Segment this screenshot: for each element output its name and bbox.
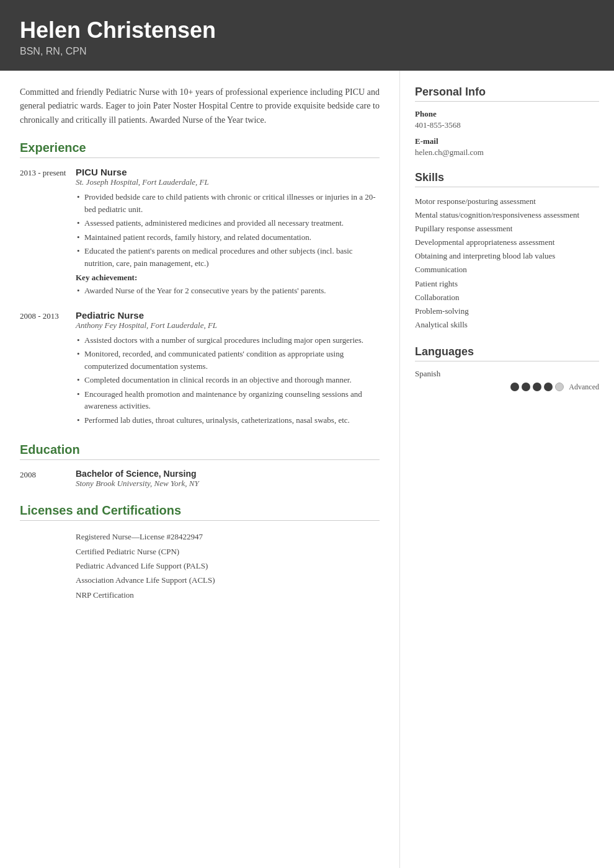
phone-value: 401-855-3568 bbox=[415, 120, 599, 130]
job-block-1: 2013 - present PICU Nurse St. Joseph Hos… bbox=[20, 167, 380, 299]
lang-dot-filled bbox=[522, 383, 530, 391]
cert-item: Association Advance Life Support (ACLS) bbox=[76, 573, 380, 587]
language-item-spanish: Spanish Advanced bbox=[415, 369, 599, 392]
experience-title: Experience bbox=[20, 141, 380, 158]
skill-item: Collaboration bbox=[415, 291, 599, 304]
cert-item: Registered Nurse—License #28422947 bbox=[76, 529, 380, 544]
candidate-name: Helen Christensen bbox=[20, 17, 594, 43]
cert-list: Registered Nurse—License #28422947 Certi… bbox=[76, 529, 380, 602]
lang-dot-filled bbox=[544, 383, 553, 391]
candidate-credentials: BSN, RN, CPN bbox=[20, 46, 594, 57]
cert-item: Certified Pediatric Nurse (CPN) bbox=[76, 544, 380, 559]
job-company-2: Anthony Fey Hospital, Fort Lauderdale, F… bbox=[76, 321, 380, 330]
personal-info-section: Personal Info Phone 401-855-3568 E-mail … bbox=[415, 86, 599, 157]
right-column: Personal Info Phone 401-855-3568 E-mail … bbox=[400, 71, 614, 868]
edu-details-1: Bachelor of Science, Nursing Stony Brook… bbox=[76, 469, 199, 489]
bullet-item: Assessed patients, administered medicine… bbox=[76, 217, 380, 229]
bullet-item: Completed documentation in clinical reco… bbox=[76, 374, 380, 386]
skill-item: Analytical skills bbox=[415, 318, 599, 332]
education-title: Education bbox=[20, 443, 380, 460]
resume-header: Helen Christensen BSN, RN, CPN bbox=[0, 0, 614, 71]
cert-item: NRP Certification bbox=[76, 588, 380, 602]
bullet-item: Educated the patient's parents on medica… bbox=[76, 245, 380, 269]
job-title-2: Pediatric Nurse bbox=[76, 310, 380, 321]
bullet-item: Encouraged health promotion and maintena… bbox=[76, 388, 380, 412]
job-title-1: PICU Nurse bbox=[76, 167, 380, 177]
job-company-1: St. Joseph Hospital, Fort Lauderdale, FL bbox=[76, 177, 380, 187]
bullet-item: Performed lab duties, throat cultures, u… bbox=[76, 414, 380, 427]
language-name: Spanish bbox=[415, 369, 440, 378]
lang-level-text: Advanced bbox=[569, 383, 599, 392]
job-bullets-1: Provided bedside care to child patients … bbox=[76, 191, 380, 269]
job-details-2: Pediatric Nurse Anthony Fey Hospital, Fo… bbox=[76, 310, 380, 428]
skill-item: Problem-solving bbox=[415, 304, 599, 318]
email-value: helen.ch@gmail.com bbox=[415, 148, 599, 157]
email-label: E-mail bbox=[415, 136, 599, 146]
job-bullets-2: Assisted doctors with a number of surgic… bbox=[76, 334, 380, 427]
languages-section: Languages Spanish Advanced bbox=[415, 345, 599, 392]
skill-item: Obtaining and interpreting blood lab val… bbox=[415, 249, 599, 263]
bullet-item: Provided bedside care to child patients … bbox=[76, 191, 380, 215]
education-section: Education 2008 Bachelor of Science, Nurs… bbox=[20, 443, 380, 489]
job-dates-2: 2008 - 2013 bbox=[20, 310, 76, 428]
achievement-bullets-1: Awarded Nurse of the Year for 2 consecut… bbox=[76, 285, 380, 297]
certifications-section: Licenses and Certifications Registered N… bbox=[20, 503, 380, 602]
skill-item: Mental status/cognition/responsiveness a… bbox=[415, 208, 599, 222]
skill-item: Pupillary response assessment bbox=[415, 222, 599, 236]
job-block-2: 2008 - 2013 Pediatric Nurse Anthony Fey … bbox=[20, 310, 380, 428]
skill-item: Developmental appropriateness assessment bbox=[415, 236, 599, 249]
edu-year-1: 2008 bbox=[20, 469, 76, 489]
edu-school-1: Stony Brook University, New York, NY bbox=[76, 479, 199, 489]
bullet-item: Assisted doctors with a number of surgic… bbox=[76, 334, 380, 347]
cert-spacer bbox=[20, 529, 76, 602]
edu-degree-1: Bachelor of Science, Nursing bbox=[76, 469, 199, 479]
personal-info-title: Personal Info bbox=[415, 86, 599, 102]
skills-section: Skills Motor response/posturing assessme… bbox=[415, 171, 599, 332]
job-details-1: PICU Nurse St. Joseph Hospital, Fort Lau… bbox=[76, 167, 380, 299]
lang-dot-filled bbox=[533, 383, 541, 391]
job-dates-1: 2013 - present bbox=[20, 167, 76, 299]
skill-item: Patient rights bbox=[415, 277, 599, 291]
lang-dot-empty bbox=[555, 383, 564, 391]
key-achievement-label: Key achievement: bbox=[76, 273, 380, 283]
bullet-item: Monitored, recorded, and communicated pa… bbox=[76, 348, 380, 372]
bullet-item: Maintained patient records, family histo… bbox=[76, 231, 380, 244]
cert-block: Registered Nurse—License #28422947 Certi… bbox=[20, 529, 380, 602]
skills-title: Skills bbox=[415, 171, 599, 187]
phone-label: Phone bbox=[415, 109, 599, 119]
languages-title: Languages bbox=[415, 345, 599, 361]
certifications-title: Licenses and Certifications bbox=[20, 503, 380, 521]
summary-text: Committed and friendly Pediatric Nurse w… bbox=[20, 86, 380, 127]
cert-item: Pediatric Advanced Life Support (PALS) bbox=[76, 559, 380, 573]
main-layout: Committed and friendly Pediatric Nurse w… bbox=[0, 71, 614, 868]
skill-item: Motor response/posturing assessment bbox=[415, 195, 599, 208]
experience-section: Experience 2013 - present PICU Nurse St.… bbox=[20, 141, 380, 428]
language-proficiency: Advanced bbox=[415, 383, 599, 392]
skill-item: Communication bbox=[415, 263, 599, 277]
lang-dot-filled bbox=[510, 383, 519, 391]
edu-block-1: 2008 Bachelor of Science, Nursing Stony … bbox=[20, 469, 380, 489]
left-column: Committed and friendly Pediatric Nurse w… bbox=[0, 71, 400, 868]
achievement-item: Awarded Nurse of the Year for 2 consecut… bbox=[76, 285, 380, 297]
